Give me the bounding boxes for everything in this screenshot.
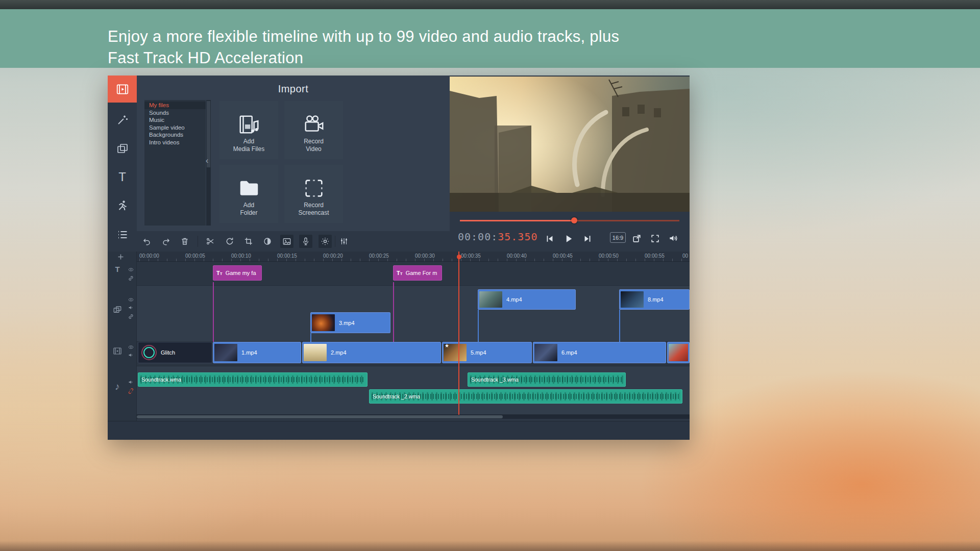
sidebar-titles-button[interactable]: T bbox=[108, 163, 137, 190]
video-clip[interactable]: ★ 5.mp4 bbox=[442, 342, 532, 363]
banner-line1: Enjoy a more flexible timeline with up t… bbox=[108, 28, 619, 46]
category-music[interactable]: Music bbox=[144, 116, 206, 124]
video-clip[interactable]: 2.mp4 bbox=[302, 342, 441, 363]
background-fade bbox=[0, 541, 980, 551]
overlay-clip[interactable]: 3.mp4 bbox=[310, 312, 390, 333]
sidebar-filters-button[interactable] bbox=[108, 135, 137, 162]
tile-label: Add Media Files bbox=[233, 138, 264, 153]
category-backgrounds[interactable]: Backgrounds bbox=[144, 131, 206, 139]
ruler-label: 00 bbox=[682, 253, 688, 259]
audio-clip[interactable]: Soundtrack _3.wma bbox=[468, 372, 626, 387]
add-media-files-button[interactable]: Add Media Files bbox=[219, 101, 278, 159]
delete-button[interactable] bbox=[178, 235, 191, 248]
timeline-scrollbar-thumb[interactable] bbox=[137, 415, 503, 418]
video-track-speaker-icon[interactable] bbox=[127, 352, 134, 358]
sidebar-more-tools-button[interactable] bbox=[108, 221, 137, 248]
skip-back-button[interactable] bbox=[543, 232, 557, 246]
video-clip[interactable]: 6.mp4 bbox=[533, 342, 666, 363]
overlay-track-icon bbox=[112, 305, 122, 314]
media-file-icon bbox=[237, 111, 261, 138]
glitch-thumbnail bbox=[143, 347, 155, 358]
overlay-track-speaker-icon[interactable] bbox=[127, 305, 134, 311]
promo-banner: Enjoy a more flexible timeline with up t… bbox=[0, 9, 980, 68]
category-sample-video[interactable]: Sample video bbox=[144, 124, 206, 132]
record-video-button[interactable]: Record Video bbox=[284, 101, 343, 159]
overlay-clip[interactable]: 8.mp4 bbox=[619, 289, 690, 310]
split-scissors-button[interactable] bbox=[204, 235, 217, 248]
audio-track-speaker-icon[interactable] bbox=[127, 379, 134, 385]
clip-label: Soundtrack.wma bbox=[141, 377, 181, 383]
video-camera-icon bbox=[302, 111, 326, 138]
video-clip-partial[interactable] bbox=[667, 342, 690, 363]
add-folder-button[interactable]: Add Folder bbox=[219, 165, 278, 223]
overlay-track-eye-icon[interactable] bbox=[127, 296, 134, 303]
clip-label: 6.mp4 bbox=[561, 349, 577, 356]
settings-gear-button[interactable] bbox=[318, 235, 332, 248]
video-clip[interactable]: 1.mp4 bbox=[213, 342, 301, 363]
overlay-link-line bbox=[478, 310, 479, 342]
clip-label: 3.mp4 bbox=[339, 320, 355, 326]
undo-button[interactable] bbox=[140, 235, 154, 248]
aspect-ratio-button[interactable]: 16:9 bbox=[610, 232, 626, 243]
ruler-label: 00:00:10 bbox=[231, 253, 251, 259]
title-link-line bbox=[213, 282, 214, 342]
timeline-scrollbar[interactable] bbox=[137, 415, 690, 419]
category-my-files[interactable]: My files bbox=[144, 102, 206, 109]
overlay-clip[interactable]: 4.mp4 bbox=[478, 289, 576, 310]
record-screencast-button[interactable]: Record Screencast bbox=[284, 165, 343, 223]
category-intro-videos[interactable]: Intro videos bbox=[144, 139, 206, 146]
preview-seekbar[interactable] bbox=[460, 220, 679, 221]
play-button[interactable] bbox=[561, 232, 576, 246]
video-clip-glitch[interactable]: Glitch bbox=[138, 342, 212, 363]
volume-button[interactable] bbox=[666, 231, 680, 245]
detach-player-button[interactable] bbox=[629, 231, 644, 245]
color-adjust-button[interactable] bbox=[261, 235, 274, 248]
clip-thumbnail bbox=[669, 344, 688, 361]
microphone-button[interactable] bbox=[299, 235, 312, 248]
image-tool-button[interactable] bbox=[280, 235, 293, 248]
rotate-button[interactable] bbox=[223, 235, 236, 248]
video-track-icon bbox=[112, 346, 122, 356]
clip-label: Glitch bbox=[161, 349, 175, 356]
playhead-handle[interactable] bbox=[457, 255, 461, 259]
title-track-eye-icon[interactable] bbox=[127, 266, 134, 272]
sidebar-wand-button[interactable] bbox=[108, 106, 137, 133]
timeline-ruler[interactable]: 00:00:00 00:00:05 00:00:10 00:00:15 00:0… bbox=[137, 252, 690, 262]
clip-thumbnail bbox=[214, 344, 237, 361]
preview-video bbox=[450, 77, 690, 212]
title-clip-tt-icon: TT bbox=[397, 270, 403, 276]
crop-button[interactable] bbox=[242, 235, 255, 248]
video-track-eye-icon[interactable] bbox=[127, 344, 134, 350]
playhead-line[interactable] bbox=[458, 252, 459, 415]
title-track-link-icon[interactable] bbox=[127, 274, 134, 282]
category-sounds[interactable]: Sounds bbox=[144, 109, 206, 117]
collapse-list-chevron-icon[interactable]: ‹ bbox=[204, 154, 210, 167]
tile-label: Record Video bbox=[304, 138, 324, 153]
overlay-track-link-icon[interactable] bbox=[127, 313, 134, 320]
ruler-label: 00:00:05 bbox=[185, 253, 205, 259]
title-clip[interactable]: TT Game For m bbox=[393, 265, 442, 281]
audio-track-icon: ♪ bbox=[112, 382, 122, 392]
sidebar-transitions-button[interactable] bbox=[108, 192, 137, 219]
seekbar-knob[interactable] bbox=[571, 217, 577, 223]
runner-icon bbox=[116, 199, 129, 212]
skip-forward-button[interactable] bbox=[580, 232, 595, 246]
title-clip[interactable]: TT Game my fa bbox=[213, 265, 262, 281]
redo-button[interactable] bbox=[159, 235, 173, 248]
video-editor-window: T Import My files Sounds Music Sample vi… bbox=[108, 76, 690, 440]
preview-scene-art bbox=[450, 77, 690, 212]
timecode-seconds: 35.350 bbox=[498, 231, 537, 243]
audio-clip[interactable]: Soundtrack _2.wma bbox=[369, 389, 682, 404]
filters-icon bbox=[116, 142, 129, 155]
screen-capture-icon bbox=[302, 175, 326, 202]
add-track-plus-icon[interactable] bbox=[116, 252, 125, 261]
fullscreen-button[interactable] bbox=[648, 231, 662, 245]
clip-label: Soundtrack _3.wma bbox=[471, 377, 519, 383]
audio-track-unlink-icon[interactable] bbox=[127, 387, 134, 394]
panel-title: Import bbox=[137, 83, 450, 95]
sidebar-import-button[interactable] bbox=[108, 76, 137, 103]
equalizer-button[interactable] bbox=[337, 235, 351, 248]
clip-thumbnail bbox=[534, 344, 557, 361]
audio-clip[interactable]: Soundtrack.wma bbox=[138, 372, 368, 387]
seekbar-progress bbox=[460, 220, 574, 221]
